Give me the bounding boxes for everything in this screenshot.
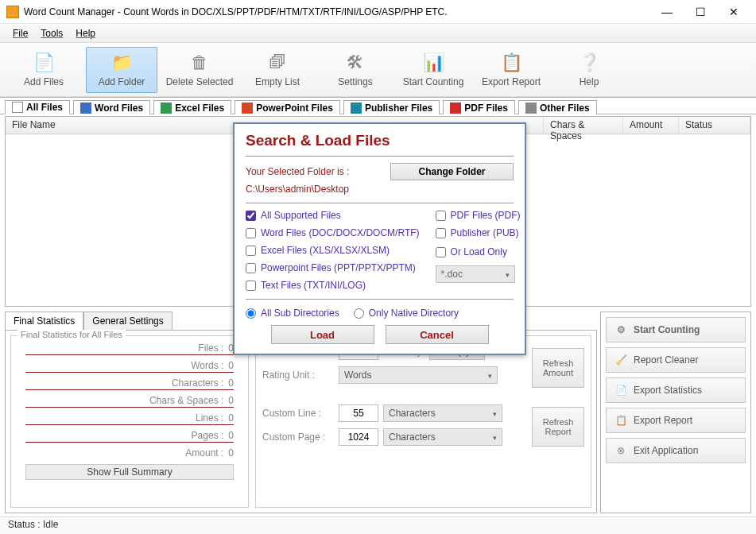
toolbar-delete-selected[interactable]: 🗑Delete Selected — [164, 47, 235, 93]
publisher-icon — [351, 103, 362, 114]
show-full-summary-button[interactable]: Show Full Summary — [25, 464, 234, 480]
tab-excel-files[interactable]: Excel Files — [153, 100, 231, 114]
export-report-icon: 📋 — [614, 414, 627, 427]
folder-path: C:\Users\admin\Desktop — [246, 184, 514, 195]
tab-general-settings[interactable]: General Settings — [83, 312, 172, 330]
settings-icon: 🛠 — [343, 52, 368, 73]
radio-all-sub[interactable]: All Sub Directories — [246, 308, 339, 319]
selected-folder-label: Your Selected Folder is : — [246, 166, 349, 177]
file-type-tabs: All Files Word Files Excel Files PowerPo… — [0, 97, 756, 114]
load-button[interactable]: Load — [271, 325, 374, 344]
radio-only-native[interactable]: Only Native Directory — [354, 308, 459, 319]
tab-other-files[interactable]: Other Files — [518, 100, 597, 114]
menu-file[interactable]: File — [6, 26, 34, 41]
broom-icon: 🧹 — [614, 354, 627, 366]
menu-tools[interactable]: Tools — [34, 26, 69, 41]
empty-list-icon: 🗊 — [265, 52, 290, 73]
add-folder-icon: 📁 — [109, 52, 134, 73]
add-files-icon: 📄 — [31, 52, 56, 73]
rating-unit-select[interactable]: Words — [339, 366, 498, 384]
export-report-icon: 📋 — [498, 52, 524, 73]
menu-bar: File Tools Help — [0, 24, 756, 43]
report-cleaner-button[interactable]: 🧹Report Cleaner — [606, 347, 746, 373]
refresh-report-button[interactable]: Refresh Report — [532, 407, 584, 447]
cancel-button[interactable]: Cancel — [386, 325, 489, 344]
col-chars-spaces[interactable]: Chars & Spaces — [544, 117, 623, 134]
powerpoint-icon — [242, 103, 253, 114]
tab-all-files[interactable]: All Files — [5, 100, 70, 114]
all-files-icon — [12, 102, 23, 113]
tab-word-files[interactable]: Word Files — [73, 100, 150, 114]
delete-icon: 🗑 — [187, 52, 212, 73]
toolbar-start-counting[interactable]: 📊Start Counting — [397, 47, 469, 93]
custom-line-input[interactable] — [339, 404, 378, 422]
tab-powerpoint-files[interactable]: PowerPoint Files — [235, 100, 340, 114]
search-load-dialog: Search & Load Files Your Selected Folder… — [233, 122, 526, 355]
status-bar: Status : Idle — [0, 517, 756, 534]
start-counting-icon: 📊 — [421, 52, 446, 73]
close-button[interactable]: ✕ — [718, 2, 750, 21]
menu-help[interactable]: Help — [69, 26, 102, 41]
export-report-button[interactable]: 📋Export Report — [606, 408, 746, 433]
app-icon — [6, 6, 19, 18]
col-amount[interactable]: Amount — [623, 117, 679, 134]
tab-publisher-files[interactable]: Publisher Files — [343, 100, 440, 114]
title-bar: Word Count Manager - Count Words in DOC/… — [0, 0, 756, 24]
help-icon: ❔ — [576, 52, 602, 73]
chk-pdf-files[interactable]: PDF Files (PDF) — [436, 210, 521, 221]
chk-all-supported[interactable]: All Supported Files — [246, 210, 420, 221]
tab-pdf-files[interactable]: PDF Files — [443, 100, 515, 114]
tab-final-statistics[interactable]: Final Statistics — [5, 312, 83, 330]
toolbar: 📄Add Files 📁Add Folder 🗑Delete Selected … — [0, 43, 756, 97]
custom-line-unit-select[interactable]: Characters — [383, 404, 502, 422]
exit-application-button[interactable]: ⊗Exit Application — [606, 438, 746, 463]
export-stats-icon: 📄 — [614, 384, 627, 397]
gear-icon: ⚙ — [614, 323, 627, 336]
start-counting-button[interactable]: ⚙Start Counting — [606, 317, 746, 342]
chk-text-files[interactable]: Text Files (TXT/INI/LOG) — [246, 280, 420, 291]
export-statistics-button[interactable]: 📄Export Statistics — [606, 377, 746, 403]
toolbar-help[interactable]: ❔Help — [553, 47, 625, 93]
maximize-button[interactable]: ☐ — [684, 2, 716, 21]
exit-icon: ⊗ — [614, 444, 627, 457]
custom-page-input[interactable] — [339, 428, 378, 446]
toolbar-export-report[interactable]: 📋Export Report — [475, 47, 547, 93]
other-icon — [525, 103, 537, 114]
toolbar-empty-list[interactable]: 🗊Empty List — [242, 47, 313, 93]
change-folder-button[interactable]: Change Folder — [390, 163, 514, 180]
col-status[interactable]: Status — [679, 117, 750, 134]
stats-legend: Final Statistics for All Files — [17, 330, 126, 339]
chk-word-files[interactable]: Word Files (DOC/DOCX/DOCM/RTF) — [246, 227, 420, 238]
chk-excel-files[interactable]: Excel Files (XLS/XLSX/XLSM) — [246, 245, 420, 256]
word-icon — [80, 103, 91, 114]
extension-select[interactable]: *.doc — [436, 265, 515, 283]
chk-ppt-files[interactable]: Powerpoint Files (PPT/PPTX/PPTM) — [246, 262, 420, 273]
chk-publisher[interactable]: Publisher (PUB) — [436, 227, 521, 238]
excel-icon — [161, 103, 172, 114]
custom-page-unit-select[interactable]: Characters — [383, 428, 502, 446]
toolbar-settings[interactable]: 🛠Settings — [320, 47, 391, 93]
refresh-amount-button[interactable]: Refresh Amount — [532, 348, 584, 388]
pdf-icon — [450, 103, 461, 114]
minimize-button[interactable]: — — [651, 2, 683, 21]
window-title: Word Count Manager - Count Words in DOC/… — [24, 6, 651, 17]
dialog-title: Search & Load Files — [246, 132, 514, 149]
toolbar-add-folder[interactable]: 📁Add Folder — [86, 47, 157, 93]
toolbar-add-files[interactable]: 📄Add Files — [8, 47, 79, 93]
chk-or-load-only[interactable]: Or Load Only — [436, 246, 521, 257]
actions-panel: ⚙Start Counting 🧹Report Cleaner 📄Export … — [600, 312, 751, 513]
